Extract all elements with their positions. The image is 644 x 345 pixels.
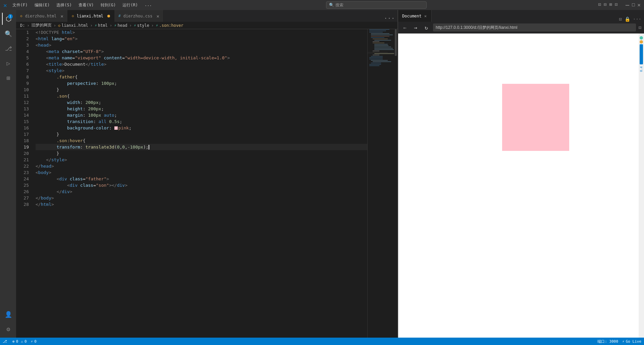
title-bar-left: ✕ 文件(F) 编辑(E) 选择(S) 查看(V) 转到(G) 运行(R) ..…	[3, 2, 155, 9]
svg-rect-10	[373, 43, 384, 43]
tab-more-button[interactable]: ···	[381, 15, 397, 22]
tok: <	[36, 42, 38, 48]
status-errors[interactable]: ⊗ 0 ⚠ 0	[12, 339, 27, 344]
breadcrumb-head[interactable]: ⚡ head	[114, 23, 127, 28]
browser-tab-close[interactable]: ✕	[424, 14, 427, 18]
breadcrumb-style-icon: ⚡	[134, 23, 136, 28]
browser-lock-icon[interactable]: 🔒	[625, 16, 630, 22]
tab-icon-dierzhou-css: #	[118, 14, 121, 18]
breadcrumb-selector[interactable]: ⚡ .son:hover	[156, 23, 183, 28]
layout-icon-4[interactable]: ⊡	[615, 2, 618, 9]
tok: =	[72, 55, 75, 61]
code-content[interactable]: <!DOCTYPE html> <html lang="en"> <head> …	[33, 29, 367, 338]
tok	[101, 55, 104, 61]
tok	[36, 93, 57, 99]
ln-12: 12	[16, 99, 29, 106]
breadcrumb-file[interactable]: ◇ lianxi.html	[58, 23, 88, 28]
activity-run[interactable]: ▷	[2, 57, 14, 69]
tok: ;	[114, 80, 117, 87]
browser-more-icon[interactable]: ···	[633, 16, 641, 22]
search-bar[interactable]: 🔍 搜索	[326, 1, 427, 9]
tok: head	[38, 42, 49, 48]
activity-git[interactable]: ⎇	[2, 42, 14, 54]
back-button[interactable]: ←	[401, 23, 409, 32]
activity-extensions[interactable]: ⊞	[2, 72, 14, 84]
code-line-21: </style>	[36, 157, 367, 163]
vertical-scrollbar[interactable]	[394, 29, 397, 338]
tok: <	[46, 61, 49, 67]
browser-settings-icon[interactable]: ⊡	[639, 25, 641, 30]
ln-14: 14	[16, 112, 29, 118]
tab-dierzhou-html[interactable]: ◇ dierzhou.html ✕	[16, 10, 68, 22]
minimize-button[interactable]: ─	[626, 2, 629, 9]
scrollbar-thumb[interactable]	[395, 29, 397, 56]
tok: width	[67, 99, 80, 106]
tab-close-dierzhou-html[interactable]: ✕	[61, 13, 63, 19]
tok	[36, 74, 57, 80]
breadcrumb-sep-1: ›	[27, 23, 29, 28]
tok: </	[36, 195, 41, 201]
ln-25: 25	[16, 182, 29, 188]
menu-more[interactable]: ...	[142, 2, 155, 9]
tok	[36, 182, 67, 188]
tok: {	[83, 137, 86, 144]
svg-rect-24	[371, 60, 388, 61]
tab-dierzhou-css[interactable]: # dierzhou.css ✕	[114, 10, 164, 22]
status-port[interactable]: 端口: 3000	[597, 339, 618, 344]
menu-file[interactable]: 文件(F)	[10, 2, 31, 9]
menu-run[interactable]: 运行(R)	[120, 2, 141, 9]
tab-close-dierzhou-css[interactable]: ✕	[156, 13, 159, 19]
layout-icon-3[interactable]: ⊞	[609, 2, 612, 9]
sync-count: 0	[34, 339, 37, 344]
browser-tab-label: Document	[402, 14, 422, 18]
breadcrumb-style[interactable]: ⚡ style	[134, 23, 149, 28]
svg-rect-8	[374, 40, 391, 41]
breadcrumb-html[interactable]: ⚡ html	[95, 23, 108, 28]
tok: meta	[49, 55, 59, 61]
menu-edit[interactable]: 编辑(E)	[32, 2, 53, 9]
refresh-button[interactable]: ↻	[422, 23, 430, 32]
title-bar-center: 🔍 搜索	[157, 1, 596, 9]
ln-5: 5	[16, 55, 29, 61]
browser-split-icon[interactable]: ⊡	[619, 16, 622, 22]
menu-select[interactable]: 选择(S)	[54, 2, 74, 9]
close-button[interactable]: ✕	[637, 2, 641, 9]
url-bar[interactable]	[433, 23, 636, 32]
status-branch2[interactable]: ⚡ 0	[31, 339, 37, 344]
activity-settings[interactable]: ⚙	[2, 323, 14, 335]
layout-icon-1[interactable]: ⊡	[598, 2, 601, 9]
tok: =	[80, 48, 83, 55]
forward-button[interactable]: →	[412, 23, 420, 32]
breadcrumb-folder[interactable]: 旧梦的网页	[32, 22, 52, 28]
menu-view[interactable]: 查看(V)	[76, 2, 97, 9]
browser-tab-bar: Document ✕ ⊡ 🔒 ···	[398, 10, 644, 22]
ln-15: 15	[16, 118, 29, 125]
browser-tab-document[interactable]: Document ✕	[398, 10, 432, 22]
menu-goto[interactable]: 转到(G)	[98, 2, 119, 9]
line-numbers: 1 2 3 4 5 6 7 8 9 10 11 12 13 14 15 16 1	[16, 29, 33, 338]
activity-search[interactable]: 🔍	[2, 27, 14, 40]
status-git[interactable]: ⎇	[3, 339, 8, 344]
layout-icon-2[interactable]: ⊟	[604, 2, 606, 9]
tab-icon-lianxi-html: ◇	[72, 14, 74, 18]
tok: class	[80, 182, 93, 188]
tok: :	[109, 125, 114, 131]
tab-lianxi-html[interactable]: ◇ lianxi.html	[68, 10, 114, 22]
tok: background-color	[67, 125, 109, 131]
tok: ;	[114, 112, 117, 118]
tok: content	[104, 55, 122, 61]
code-line-5: <meta name="viewport" content="width=dev…	[36, 55, 367, 61]
breadcrumb-d[interactable]: D:	[20, 23, 25, 28]
status-go-live[interactable]: ⚡ Go Live	[622, 339, 641, 344]
activity-account[interactable]: 👤	[2, 308, 14, 320]
svg-rect-22	[369, 57, 383, 58]
side-dot-yellow	[640, 40, 643, 44]
tok: ;	[101, 106, 104, 112]
tok: >	[49, 169, 51, 176]
breadcrumb-sep-5: ›	[129, 23, 131, 28]
activity-explorer[interactable]: ⬡ 1	[2, 13, 14, 25]
maximize-button[interactable]: □	[632, 2, 635, 9]
side-scroll-thumb[interactable]	[640, 44, 643, 64]
warning-icon: ⚠	[21, 339, 23, 344]
browser-actions: ⊡	[639, 25, 641, 30]
